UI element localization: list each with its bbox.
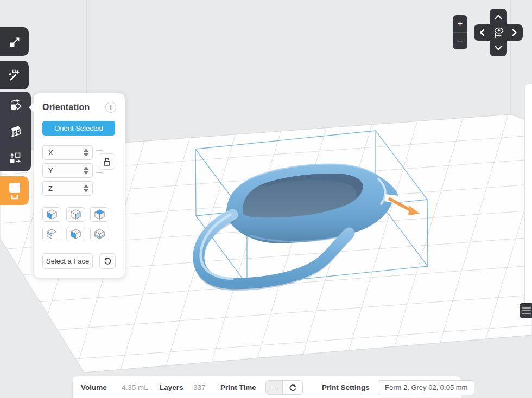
volume-value: 4.35 mL xyxy=(122,376,148,398)
pan-dpad xyxy=(474,9,523,56)
cube-bottom-button[interactable] xyxy=(90,227,109,241)
stepper-down-icon[interactable] xyxy=(84,171,88,175)
print-time-group: -- xyxy=(265,376,303,398)
layers-icon xyxy=(522,313,531,314)
volume-label: Volume xyxy=(81,376,107,398)
axis-x-stepper[interactable] xyxy=(84,149,88,157)
stepper-up-icon[interactable] xyxy=(84,166,88,170)
pan-left-button[interactable] xyxy=(476,27,488,38)
cartridge-icon xyxy=(7,181,23,201)
orientation-panel: Orientation i Orient Selected X Y Z xyxy=(34,93,125,278)
layers-value: 337 xyxy=(193,376,206,398)
xy-lock-button[interactable] xyxy=(99,153,115,170)
chevron-left-icon xyxy=(479,28,485,37)
supports-icon xyxy=(8,124,23,139)
print-time-value: -- xyxy=(266,381,282,394)
print-settings-label: Print Settings xyxy=(322,376,370,398)
chevron-right-icon xyxy=(511,28,518,37)
info-icon[interactable]: i xyxy=(105,102,116,113)
chevron-down-icon xyxy=(494,45,503,52)
panel-title: Orientation xyxy=(42,102,90,112)
cube-right-button[interactable] xyxy=(66,207,85,222)
stepper-down-icon[interactable] xyxy=(84,153,88,157)
select-face-button[interactable]: Select a Face xyxy=(42,253,93,269)
tool-layout-button[interactable] xyxy=(0,145,31,171)
cube-bottom-icon xyxy=(93,228,106,240)
axis-inputs: X Y Z xyxy=(42,145,93,196)
orient-selected-button[interactable]: Orient Selected xyxy=(42,121,115,136)
axis-y-stepper[interactable] xyxy=(84,166,88,175)
stepper-down-icon[interactable] xyxy=(84,189,88,192)
orientation-cube-grid xyxy=(42,207,109,241)
axis-y-field[interactable]: Y xyxy=(42,163,93,178)
axis-x-label: X xyxy=(48,149,84,157)
reset-orientation-button[interactable] xyxy=(99,253,116,269)
layers-label: Layers xyxy=(160,376,183,398)
pan-down-button[interactable] xyxy=(492,42,504,54)
view-eye-icon xyxy=(491,25,506,40)
cube-top-button[interactable] xyxy=(90,207,109,222)
axis-z-label: Z xyxy=(48,184,84,192)
pan-right-button[interactable] xyxy=(509,27,521,38)
cube-front-button[interactable] xyxy=(42,207,61,222)
orient-icon xyxy=(8,98,23,112)
cube-left-button[interactable] xyxy=(66,227,85,241)
status-bar: Volume 4.35 mL Layers 337 Print Time -- … xyxy=(72,376,461,398)
refresh-print-time-button[interactable] xyxy=(282,381,302,394)
zoom-out-button[interactable]: − xyxy=(453,33,467,49)
cube-right-icon xyxy=(69,208,82,221)
zoom-in-button[interactable]: + xyxy=(453,15,467,33)
reset-view-button[interactable] xyxy=(490,24,506,41)
pan-up-button[interactable] xyxy=(492,11,504,23)
cube-left-icon xyxy=(69,228,82,240)
layer-slider-track[interactable] xyxy=(524,83,532,317)
print-button[interactable] xyxy=(0,176,29,205)
magic-wand-icon xyxy=(8,68,22,82)
axis-x-field[interactable]: X xyxy=(42,145,93,160)
refresh-icon xyxy=(288,383,297,392)
cube-top-icon xyxy=(93,208,106,221)
rotate-reset-icon xyxy=(103,256,112,266)
cube-back-button[interactable] xyxy=(42,227,61,241)
zoom-control: + − xyxy=(453,15,467,49)
tool-orientation-button[interactable] xyxy=(0,92,31,118)
tool-one-click-print-button[interactable] xyxy=(0,61,29,89)
tool-scale-button[interactable] xyxy=(0,27,29,56)
print-time-label: Print Time xyxy=(220,376,256,398)
unlock-icon xyxy=(103,157,111,166)
tool-supports-button[interactable] xyxy=(0,118,31,145)
stepper-up-icon[interactable] xyxy=(84,149,88,152)
axis-z-stepper[interactable] xyxy=(84,184,88,192)
tool-group-prepare xyxy=(0,92,31,171)
layer-slider-handle[interactable] xyxy=(520,303,532,318)
panel-pointer xyxy=(29,102,34,112)
cube-front-icon xyxy=(46,208,58,221)
print-settings-button[interactable]: Form 2, Grey 02, 0.05 mm xyxy=(378,380,474,395)
layers-icon xyxy=(522,310,531,311)
chevron-up-icon xyxy=(494,14,503,20)
cube-back-icon xyxy=(46,228,58,240)
scale-icon xyxy=(8,35,22,49)
layout-icon xyxy=(8,151,23,165)
stepper-up-icon[interactable] xyxy=(84,184,88,188)
layers-icon xyxy=(522,307,531,308)
axis-y-label: Y xyxy=(48,166,84,175)
axis-z-field[interactable]: Z xyxy=(42,181,93,196)
